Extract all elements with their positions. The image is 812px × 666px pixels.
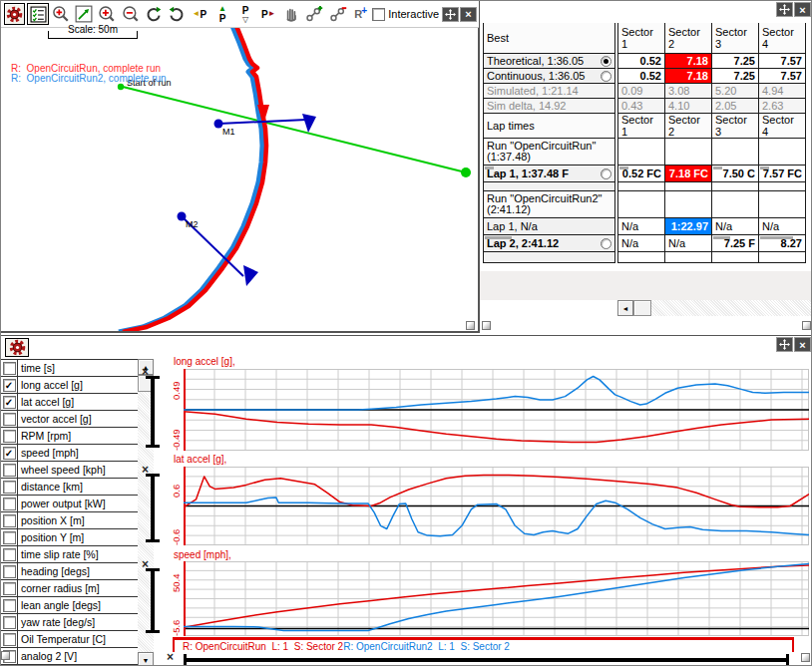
table-row[interactable]: Lap 1, N/aN/a1:22.97N/aN/a <box>483 217 806 235</box>
channel-checkbox[interactable] <box>3 362 16 375</box>
channel-checkbox[interactable] <box>3 548 16 561</box>
channel-checkbox[interactable]: ✓ <box>3 379 16 392</box>
channel-row[interactable]: Oil Temperatur [C] <box>1 631 138 648</box>
tables-spacer <box>480 271 812 300</box>
settings-button[interactable] <box>4 3 25 25</box>
map-resize-grip[interactable] <box>466 321 475 330</box>
measure-angle-button[interactable] <box>74 3 95 25</box>
interactive-checkbox[interactable] <box>372 8 385 21</box>
column-header: Sector 4 <box>758 114 806 139</box>
sector-cell: 7.25 <box>711 53 759 69</box>
sector-cell: N/a <box>711 217 759 235</box>
add-node-button[interactable] <box>304 3 325 25</box>
table-row[interactable] <box>483 251 806 263</box>
channel-checkbox[interactable] <box>3 498 16 510</box>
channel-checkbox[interactable]: ✓ <box>3 447 16 460</box>
channel-row[interactable]: time slip rate [%] <box>1 546 138 563</box>
zoom-in-button[interactable] <box>97 3 118 25</box>
rotate-ccw-button[interactable] <box>166 3 187 25</box>
channel-row[interactable]: lean angle [degs] <box>1 597 138 614</box>
map-options-button[interactable] <box>27 3 48 25</box>
marker-down-button[interactable]: P▽ <box>235 3 256 25</box>
map-move-button[interactable] <box>442 7 459 22</box>
zoom-window-button[interactable] <box>51 3 72 25</box>
channel-checkbox[interactable]: ✓ <box>3 396 16 409</box>
table-row[interactable]: Simulated, 1:21.140.093.085.204.94 <box>483 83 806 99</box>
yaxis-range-slider[interactable] <box>146 474 160 542</box>
yaxis-range-slider[interactable] <box>146 376 160 448</box>
channel-checkbox[interactable] <box>3 430 16 443</box>
channel-row[interactable]: time [s] <box>1 360 138 377</box>
channel-checkbox[interactable] <box>3 565 16 578</box>
hscroll-thumb[interactable] <box>633 300 651 316</box>
graph-move-button[interactable] <box>776 337 793 352</box>
xaxis-range-slider[interactable] <box>184 654 789 666</box>
tables-move-button[interactable] <box>776 2 793 17</box>
graph-settings-button[interactable] <box>5 338 29 357</box>
table-row[interactable]: Lap 1, 1:37.48 F0.52 FC7.18 FC7.50 C7.57… <box>483 165 806 182</box>
yaxis-range-slider[interactable] <box>146 568 160 633</box>
channel-checkbox-cell <box>1 411 18 427</box>
sector-cell: 7.50 C <box>711 165 759 182</box>
add-section-button[interactable]: R+ <box>350 3 371 25</box>
tables-resize-grip-left[interactable] <box>482 321 491 330</box>
channel-row[interactable]: heading [degs] <box>1 563 138 580</box>
tables-close-button[interactable]: × <box>794 2 811 17</box>
channel-row[interactable]: ✓long accel [g] <box>1 377 138 394</box>
channel-row[interactable]: yaw rate [deg/s] <box>1 614 138 631</box>
xaxis-close-icon[interactable]: × <box>167 652 174 662</box>
table-row[interactable]: Theoretical, 1:36.050.527.187.257.57 <box>483 53 806 69</box>
rotate-cw-button[interactable] <box>143 3 164 25</box>
row-radio[interactable] <box>601 56 611 67</box>
graph-resize-grip-left[interactable] <box>1 651 10 660</box>
table-row[interactable]: Run "OpenCircuitRun" (1:37.48) <box>483 138 806 166</box>
right-triangle-icon: ► <box>268 10 276 18</box>
channel-row[interactable]: vector accel [g] <box>1 411 138 428</box>
prev-marker-button[interactable]: ◄P <box>189 3 209 25</box>
channel-checkbox[interactable] <box>3 481 16 494</box>
chart-plot-long-accel-g[interactable] <box>184 369 809 451</box>
channel-row[interactable]: position Y [m] <box>1 529 138 546</box>
channel-checkbox[interactable] <box>3 582 16 595</box>
table-row[interactable]: Lap 2, 2:41.12N/aN/a7.25 F8.27 <box>483 234 806 252</box>
table-row[interactable]: Continuous, 1:36.050.527.187.257.57 <box>483 68 806 84</box>
channel-row[interactable]: distance [km] <box>1 479 138 496</box>
channel-checkbox[interactable] <box>3 514 16 527</box>
channel-checkbox[interactable] <box>3 633 16 646</box>
row-radio[interactable] <box>601 71 611 82</box>
channel-row[interactable]: corner radius [m] <box>1 580 138 597</box>
hscroll-left-button[interactable]: ◄ <box>617 300 633 316</box>
graph-resize-grip-right[interactable] <box>801 653 810 662</box>
table-row[interactable]: Sim delta, 14.920.434.102.052.63 <box>483 98 806 114</box>
channel-checkbox-cell <box>1 529 18 545</box>
delete-node-button[interactable] <box>327 3 348 25</box>
map-close-button[interactable]: × <box>460 7 477 22</box>
chart-plot-speed-mph[interactable] <box>184 561 809 636</box>
tables-resize-grip-right[interactable] <box>802 321 811 330</box>
channel-row[interactable]: wheel speed [kph] <box>1 462 138 479</box>
pan-button[interactable] <box>281 3 302 25</box>
table-row[interactable]: Run "OpenCircuitRun2" (2:41.12) <box>483 190 806 218</box>
channel-checkbox[interactable] <box>3 413 16 426</box>
vscroll-down-button[interactable]: ▼ <box>138 652 154 666</box>
row-radio[interactable] <box>601 238 611 249</box>
channel-checkbox[interactable] <box>3 464 16 477</box>
channel-checkbox[interactable] <box>3 599 16 612</box>
sector-cell: 3.08 <box>664 83 712 99</box>
next-marker-button[interactable]: P► <box>258 3 279 25</box>
channel-row[interactable]: position X [m] <box>1 512 138 529</box>
channel-row[interactable]: ✓lat accel [g] <box>1 394 138 411</box>
row-label: Sim delta, 14.92 <box>483 98 615 114</box>
zoom-out-button[interactable] <box>120 3 141 25</box>
chart-plot-lat-accel-g[interactable] <box>184 467 809 545</box>
hscroll-track[interactable] <box>651 300 812 316</box>
channel-row[interactable]: ✓speed [mph] <box>1 445 138 462</box>
graph-close-button[interactable]: × <box>794 337 811 352</box>
channel-checkbox[interactable] <box>3 531 16 544</box>
row-radio[interactable] <box>601 168 611 179</box>
channel-checkbox[interactable] <box>3 616 16 629</box>
channel-row[interactable]: RPM [rpm] <box>1 428 138 445</box>
channel-row[interactable]: analog 2 [V] <box>1 648 138 665</box>
channel-row[interactable]: power output [kW] <box>1 496 138 512</box>
marker-up-button[interactable]: ▲P <box>211 3 232 25</box>
